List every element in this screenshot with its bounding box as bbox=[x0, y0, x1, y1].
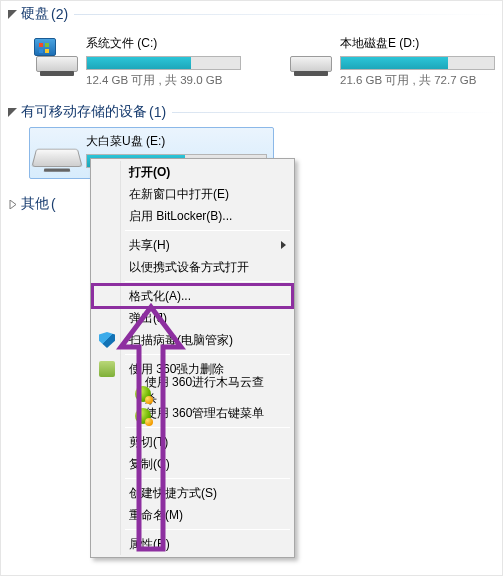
expand-triangle-icon bbox=[7, 199, 17, 209]
section-count: ( bbox=[51, 196, 56, 212]
trash-icon bbox=[99, 361, 115, 377]
section-rule bbox=[172, 112, 502, 113]
menu-separator bbox=[125, 354, 290, 355]
menu-label: 创建快捷方式(S) bbox=[129, 485, 217, 502]
drive-name: 本地磁盘E (D:) bbox=[340, 35, 495, 52]
menu-label: 启用 BitLocker(B)... bbox=[129, 208, 232, 225]
menu-separator bbox=[125, 478, 290, 479]
menu-label: 重命名(M) bbox=[129, 507, 183, 524]
hdd-icon bbox=[34, 34, 80, 76]
drive-name: 系统文件 (C:) bbox=[86, 35, 241, 52]
menu-cut[interactable]: 剪切(T) bbox=[93, 431, 292, 453]
menu-create-shortcut[interactable]: 创建快捷方式(S) bbox=[93, 482, 292, 504]
hdd-drives-row: 系统文件 (C:) 12.4 GB 可用 , 共 39.0 GB 本地磁盘E (… bbox=[1, 27, 502, 99]
section-label: 有可移动存储的设备 bbox=[21, 103, 147, 121]
menu-label: 以便携式设备方式打开 bbox=[129, 259, 249, 276]
menu-open-new-window[interactable]: 在新窗口中打开(E) bbox=[93, 183, 292, 205]
menu-label: 扫描病毒(电脑管家) bbox=[129, 332, 233, 349]
section-rule bbox=[74, 14, 502, 15]
capacity-bar bbox=[86, 56, 241, 70]
menu-copy[interactable]: 复制(C) bbox=[93, 453, 292, 475]
menu-label: 属性(R) bbox=[129, 536, 170, 553]
menu-360-trojan-scan[interactable]: 使用 360进行木马云查杀 bbox=[93, 380, 292, 402]
menu-separator bbox=[125, 427, 290, 428]
section-header-removable[interactable]: 有可移动存储的设备 (1) bbox=[1, 99, 502, 125]
usb-drive-icon bbox=[34, 132, 80, 174]
menu-format[interactable]: 格式化(A)... bbox=[93, 285, 292, 307]
menu-label: 格式化(A)... bbox=[129, 288, 191, 305]
menu-scan-virus[interactable]: 扫描病毒(电脑管家) bbox=[93, 329, 292, 351]
menu-label: 共享(H) bbox=[129, 237, 170, 254]
orb-icon bbox=[135, 386, 151, 402]
menu-label: 弹出(J) bbox=[129, 310, 167, 327]
collapse-triangle-icon bbox=[7, 107, 17, 117]
drive-stats: 12.4 GB 可用 , 共 39.0 GB bbox=[86, 73, 241, 88]
capacity-bar bbox=[340, 56, 495, 70]
menu-separator bbox=[125, 529, 290, 530]
section-label: 硬盘 bbox=[21, 5, 49, 23]
menu-360-manage-menu[interactable]: 使用 360管理右键菜单 bbox=[93, 402, 292, 424]
drive-c[interactable]: 系统文件 (C:) 12.4 GB 可用 , 共 39.0 GB bbox=[29, 29, 248, 93]
shield-icon bbox=[99, 332, 115, 348]
drive-d[interactable]: 本地磁盘E (D:) 21.6 GB 可用 , 共 72.7 GB bbox=[283, 29, 502, 93]
menu-label: 剪切(T) bbox=[129, 434, 168, 451]
menu-label: 复制(C) bbox=[129, 456, 170, 473]
svg-marker-2 bbox=[10, 200, 16, 209]
menu-eject[interactable]: 弹出(J) bbox=[93, 307, 292, 329]
menu-share[interactable]: 共享(H) bbox=[93, 234, 292, 256]
menu-label: 使用 360管理右键菜单 bbox=[145, 405, 264, 422]
menu-separator bbox=[125, 281, 290, 282]
menu-open[interactable]: 打开(O) bbox=[93, 161, 292, 183]
context-menu: 打开(O) 在新窗口中打开(E) 启用 BitLocker(B)... 共享(H… bbox=[90, 158, 295, 558]
hdd-icon bbox=[288, 34, 334, 76]
menu-label: 打开(O) bbox=[129, 164, 170, 181]
section-count: (2) bbox=[51, 6, 68, 22]
submenu-arrow-icon bbox=[281, 241, 286, 249]
drive-name: 大白菜U盘 (E:) bbox=[86, 133, 267, 150]
menu-properties[interactable]: 属性(R) bbox=[93, 533, 292, 555]
collapse-triangle-icon bbox=[7, 9, 17, 19]
section-count: (1) bbox=[149, 104, 166, 120]
orb-icon bbox=[135, 408, 151, 424]
menu-label: 在新窗口中打开(E) bbox=[129, 186, 229, 203]
menu-rename[interactable]: 重命名(M) bbox=[93, 504, 292, 526]
menu-open-as-portable[interactable]: 以便携式设备方式打开 bbox=[93, 256, 292, 278]
menu-separator bbox=[125, 230, 290, 231]
svg-marker-0 bbox=[8, 10, 17, 19]
section-header-hdd[interactable]: 硬盘 (2) bbox=[1, 1, 502, 27]
drive-stats: 21.6 GB 可用 , 共 72.7 GB bbox=[340, 73, 495, 88]
section-label: 其他 bbox=[21, 195, 49, 213]
svg-marker-1 bbox=[8, 108, 17, 117]
menu-bitlocker[interactable]: 启用 BitLocker(B)... bbox=[93, 205, 292, 227]
